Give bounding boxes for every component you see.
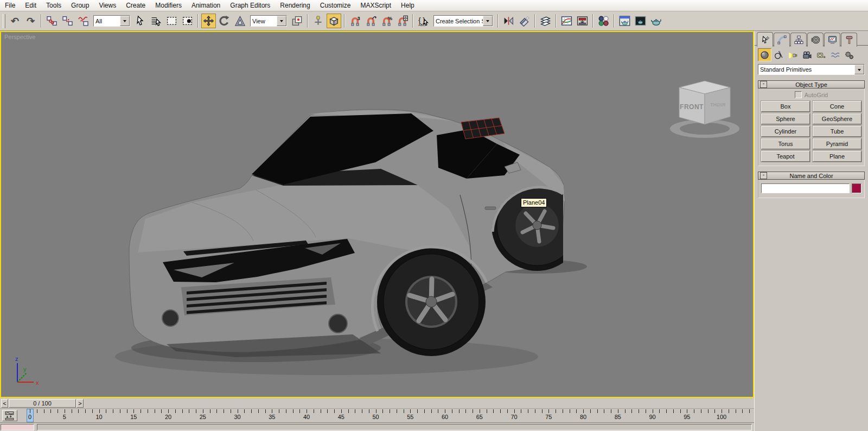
category-shapes[interactable] xyxy=(772,48,786,61)
material-editor-icon[interactable] xyxy=(596,14,611,28)
toolbar-grip[interactable] xyxy=(3,14,5,28)
mirror-icon[interactable] xyxy=(501,14,516,28)
menu-maxscript[interactable]: MAXScript xyxy=(355,1,396,10)
object-type-pyramid[interactable]: Pyramid xyxy=(813,138,861,149)
viewcube-front-label[interactable]: FRONT xyxy=(680,103,704,111)
unlink-selection-icon[interactable] xyxy=(60,14,75,28)
edit-named-selection-sets-icon[interactable]: { }ABC xyxy=(416,14,431,28)
menu-animation[interactable]: Animation xyxy=(187,1,225,10)
menu-group[interactable]: Group xyxy=(66,1,94,10)
named-selection-sets-dropdown[interactable]: Create Selection Set xyxy=(433,15,493,27)
object-type-box[interactable]: Box xyxy=(761,101,810,112)
use-pivot-point-center-icon[interactable] xyxy=(290,14,304,28)
collapse-minus-icon[interactable]: - xyxy=(760,172,767,179)
select-and-move-icon[interactable] xyxy=(201,14,216,28)
tab-hierarchy[interactable] xyxy=(790,33,807,47)
select-and-scale-icon[interactable] xyxy=(233,14,247,28)
spinner-snap-icon[interactable] xyxy=(395,14,410,28)
angle-snap-icon[interactable] xyxy=(363,14,378,28)
ruler-tick xyxy=(625,409,626,413)
viewport-canvas[interactable]: FRONT RIGHT z x y xyxy=(1,32,753,397)
name-and-color-rollout-title: Name and Color xyxy=(758,173,864,179)
object-type-plane[interactable]: Plane xyxy=(813,151,861,162)
object-type-cylinder[interactable]: Cylinder xyxy=(761,126,810,137)
tab-modify[interactable] xyxy=(774,33,790,47)
select-and-link-icon[interactable] xyxy=(44,14,59,28)
open-mini-curve-editor-button[interactable] xyxy=(2,410,17,421)
object-type-sphere[interactable]: Sphere xyxy=(761,113,810,124)
time-slider-button[interactable]: 0 / 100 xyxy=(9,399,76,408)
name-and-color-rollout-header[interactable]: - Name and Color xyxy=(758,172,865,180)
menu-create[interactable]: Create xyxy=(121,1,150,10)
tab-utilities[interactable] xyxy=(841,33,857,47)
tab-create[interactable] xyxy=(757,32,773,47)
subcategory-dropdown[interactable]: Standard Primitives xyxy=(758,64,865,75)
chevron-down-icon[interactable] xyxy=(277,16,286,26)
track-bar[interactable]: 0510152025303540455055606570758085909510… xyxy=(0,409,754,423)
collapse-minus-icon[interactable]: - xyxy=(760,81,767,88)
chevron-down-icon[interactable] xyxy=(483,16,493,26)
category-space-warps[interactable] xyxy=(828,48,842,61)
object-color-swatch[interactable] xyxy=(852,183,861,193)
rendered-frame-window-icon[interactable] xyxy=(633,14,648,28)
keyboard-shortcut-override-icon[interactable] xyxy=(327,14,341,28)
previous-frame-button[interactable]: < xyxy=(1,399,8,408)
object-type-geosphere[interactable]: GeoSphere xyxy=(813,113,861,124)
snaps-toggle-3d-icon[interactable]: 3 xyxy=(348,14,362,28)
object-type-tube[interactable]: Tube xyxy=(813,126,861,137)
category-lights[interactable] xyxy=(786,48,800,61)
render-setup-icon[interactable] xyxy=(617,14,632,28)
object-type-teapot[interactable]: Teapot xyxy=(761,151,810,162)
menu-rendering[interactable]: Rendering xyxy=(275,1,315,10)
tab-display[interactable] xyxy=(824,33,840,47)
menu-help[interactable]: Help xyxy=(396,1,419,10)
menu-views[interactable]: Views xyxy=(94,1,121,10)
viewport-label[interactable]: Perspective xyxy=(4,34,35,40)
viewcube[interactable]: FRONT RIGHT xyxy=(670,81,739,138)
bind-to-space-warp-icon[interactable] xyxy=(76,14,91,28)
viewcube-right-label[interactable]: RIGHT xyxy=(710,102,726,107)
undo-icon[interactable]: ↶ xyxy=(8,14,22,28)
category-cameras[interactable] xyxy=(800,48,814,61)
chevron-down-icon[interactable] xyxy=(120,16,130,26)
category-helpers[interactable] xyxy=(814,48,828,61)
chevron-down-icon[interactable] xyxy=(854,65,864,74)
car-model-object[interactable] xyxy=(115,109,587,375)
next-frame-button[interactable]: > xyxy=(76,399,84,408)
ruler-label: 55 xyxy=(407,414,413,420)
perspective-viewport[interactable]: FRONT RIGHT z x y Perspective Plane04 xyxy=(0,31,754,398)
curve-editor-icon[interactable] xyxy=(559,14,574,28)
ruler-tick xyxy=(244,409,245,413)
align-icon[interactable] xyxy=(517,14,532,28)
menu-tools[interactable]: Tools xyxy=(41,1,66,10)
select-and-manipulate-icon[interactable] xyxy=(311,14,326,28)
redo-icon[interactable]: ↷ xyxy=(23,14,38,28)
selected-plane-wireframe[interactable] xyxy=(461,118,505,139)
category-geometry[interactable] xyxy=(758,48,771,61)
quick-render-icon[interactable] xyxy=(649,14,663,28)
schematic-view-icon[interactable] xyxy=(575,14,590,28)
tab-motion[interactable] xyxy=(807,33,824,47)
percent-snap-icon[interactable]: % xyxy=(379,14,394,28)
menu-file[interactable]: File xyxy=(0,1,20,10)
select-by-name-icon[interactable] xyxy=(149,14,163,28)
select-object-icon[interactable] xyxy=(133,14,148,28)
object-type-torus[interactable]: Torus xyxy=(761,138,810,149)
menu-modifiers[interactable]: Modifiers xyxy=(150,1,187,10)
menu-graph-editors[interactable]: Graph Editors xyxy=(225,1,275,10)
select-and-rotate-icon[interactable] xyxy=(217,14,232,28)
menu-edit[interactable]: Edit xyxy=(20,1,41,10)
layer-manager-icon[interactable] xyxy=(538,14,553,28)
category-systems[interactable] xyxy=(843,48,856,61)
menu-customize[interactable]: Customize xyxy=(315,1,356,10)
object-type-cone[interactable]: Cone xyxy=(813,101,861,112)
reference-coordinate-system-dropdown[interactable]: View xyxy=(250,15,287,27)
object-name-input[interactable] xyxy=(761,183,850,193)
selection-filter-dropdown[interactable]: All xyxy=(93,15,130,27)
rectangular-selection-region-icon[interactable] xyxy=(164,14,179,28)
autogrid-checkbox[interactable] xyxy=(795,91,802,98)
object-type-rollout-header[interactable]: - Object Type xyxy=(758,80,865,88)
window-crossing-toggle-icon[interactable] xyxy=(180,14,195,28)
time-slider-row[interactable]: < 0 / 100 > xyxy=(0,398,754,409)
maxscript-mini-listener[interactable] xyxy=(1,424,34,430)
